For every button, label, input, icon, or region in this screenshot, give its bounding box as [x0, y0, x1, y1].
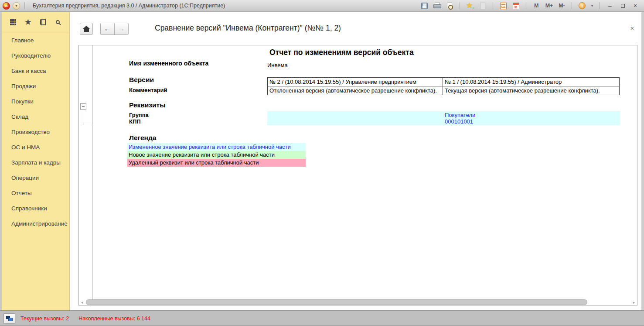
- horizontal-scrollbar[interactable]: ◂ ▸: [80, 299, 636, 305]
- table-row: Отклоненная версия (автоматическое разре…: [268, 86, 620, 95]
- comment-label: Комментарий: [129, 87, 167, 93]
- attribute-kpp-value: 000101001: [445, 118, 473, 125]
- memory-minus-button[interactable]: M-: [557, 1, 566, 10]
- minimize-button[interactable]: –: [606, 1, 614, 10]
- attribute-group-label: Группа: [129, 112, 149, 118]
- sidebar-item-spravochniki[interactable]: Справочники: [2, 201, 69, 216]
- page-title: Сравнение версий "Инвема (Контрагент)" (…: [155, 24, 341, 33]
- sidebar-item-prodazhi[interactable]: Продажи: [2, 79, 69, 94]
- section-nav: Главное Руководителю Банк и касса Продаж…: [2, 32, 69, 231]
- divider: [572, 2, 572, 9]
- main-menu-button[interactable]: ▼: [13, 2, 20, 10]
- object-name-label: Имя измененного объекта: [129, 60, 208, 67]
- version-1-cell: № 1 / (10.08.2014 15:19:55) / Администра…: [443, 78, 620, 86]
- document-disabled-icon: [480, 3, 485, 9]
- calculator-icon: [500, 3, 507, 9]
- scroll-right-icon[interactable]: ▸: [632, 300, 636, 305]
- version-2-comment-cell: Отклоненная версия (автоматическое разре…: [268, 86, 443, 95]
- print-button[interactable]: [433, 1, 441, 10]
- sidebar-item-rukovoditelyu[interactable]: Руководителю: [2, 48, 69, 63]
- scroll-left-icon[interactable]: ◂: [80, 300, 84, 305]
- group-bracket: [83, 110, 92, 125]
- app-logo-1c-icon: 1С: [3, 2, 10, 10]
- attributes-label: Реквизиты: [129, 101, 165, 109]
- report-title: Отчет по изменениям версий объекта: [269, 48, 414, 57]
- monitors-icon: [8, 318, 13, 321]
- memory-recall-button[interactable]: M: [532, 1, 541, 10]
- form-close-button[interactable]: ×: [628, 24, 636, 32]
- sections-menu-button[interactable]: [8, 17, 18, 27]
- add-favorite-icon: ★→: [466, 2, 474, 10]
- search-icon: [56, 20, 60, 24]
- calendar-button[interactable]: 31: [511, 1, 520, 10]
- sidebar-item-zarplata-i-kadry[interactable]: Зарплата и кадры: [2, 155, 69, 170]
- legend-item-new: Новое значение реквизита или строка табл…: [127, 151, 306, 159]
- divider: [24, 2, 25, 9]
- window-title: Бухгалтерия предприятия, редакция 3.0 / …: [33, 3, 225, 9]
- sidebar-item-operacii[interactable]: Операции: [2, 170, 69, 185]
- back-button[interactable]: ←: [100, 23, 115, 35]
- close-icon: ×: [634, 2, 637, 9]
- table-row: № 2 / (10.08.2014 15:19:55) / Управление…: [268, 78, 620, 86]
- scrollbar-track[interactable]: [84, 299, 632, 305]
- attribute-kpp-label: КПП: [129, 118, 141, 125]
- sidebar-item-bank-i-kassa[interactable]: Банк и касса: [2, 63, 69, 79]
- legend-item-changed: Измененное значение реквизита или строка…: [127, 143, 306, 151]
- margin-line: [92, 45, 93, 305]
- versions-label: Версии: [129, 76, 154, 84]
- sidebar-item-administrirovanie[interactable]: Администрирование: [2, 216, 69, 231]
- print-preview-icon: [447, 3, 452, 9]
- close-button[interactable]: ×: [631, 1, 640, 10]
- versions-table: № 2 / (10.08.2014 15:19:55) / Управление…: [267, 77, 620, 95]
- save-button[interactable]: [420, 1, 429, 10]
- right-edge-strip: [641, 12, 644, 311]
- search-button[interactable]: [53, 17, 63, 27]
- print-icon: [433, 3, 440, 9]
- divider: [600, 2, 600, 9]
- scrollbar-thumb[interactable]: [86, 299, 587, 305]
- memory-plus-button[interactable]: M+: [545, 1, 553, 10]
- calculator-button[interactable]: [499, 1, 508, 10]
- sidebar-item-glavnoe[interactable]: Главное: [2, 33, 69, 48]
- divider: [493, 2, 493, 9]
- menu-grid-icon: [10, 19, 16, 25]
- back-arrow-icon: ←: [104, 25, 111, 33]
- info-dropdown-caret-icon[interactable]: ▼: [590, 4, 594, 8]
- maximize-button[interactable]: [618, 1, 627, 10]
- add-favorite-button[interactable]: ★→: [466, 1, 474, 10]
- print-preview-button[interactable]: [445, 1, 454, 10]
- info-icon: i: [579, 2, 586, 9]
- calendar-icon: 31: [513, 3, 519, 9]
- minimize-icon: –: [608, 2, 612, 9]
- forward-button[interactable]: →: [114, 23, 129, 35]
- legend-item-deleted: Удаленный реквизит или строка табличной …: [127, 159, 306, 167]
- server-calls-button[interactable]: [3, 313, 15, 324]
- sidebar-item-otchety[interactable]: Отчеты: [2, 185, 69, 201]
- sidebar-item-proizvodstvo[interactable]: Производство: [2, 124, 69, 140]
- history-icon: [40, 19, 46, 25]
- forward-arrow-icon: →: [118, 25, 125, 33]
- maximize-icon: [621, 4, 625, 8]
- report-area: Отчет по изменениям версий объекта Имя и…: [78, 45, 637, 305]
- group-collapse-button[interactable]: [80, 103, 86, 110]
- history-button[interactable]: [38, 17, 48, 27]
- divider: [526, 2, 526, 9]
- sidebar: ★ Главное Руководителю Банк и касса Прод…: [2, 12, 70, 311]
- home-button[interactable]: [80, 23, 93, 35]
- save-icon: [421, 3, 428, 9]
- accumulated-calls-status: Накопленные вызовы: 6 144: [78, 316, 150, 322]
- sidebar-item-pokupki[interactable]: Покупки: [2, 94, 69, 109]
- legend-label: Легенда: [129, 134, 156, 142]
- info-button[interactable]: i: [578, 1, 586, 10]
- favorites-button[interactable]: ★: [23, 17, 33, 27]
- sidebar-item-sklad[interactable]: Склад: [2, 109, 69, 124]
- favorites-star-icon: ★: [24, 18, 32, 27]
- version-2-cell: № 2 / (10.08.2014 15:19:55) / Управление…: [268, 78, 443, 86]
- sidebar-item-os-i-nma[interactable]: ОС и НМА: [2, 140, 69, 155]
- application-window: 1С ▼ Бухгалтерия предприятия, редакция 3…: [0, 0, 644, 326]
- changed-attributes-block: Покупатели 000101001: [267, 111, 620, 125]
- show-link-button[interactable]: [478, 1, 487, 10]
- object-name-value: Инвема: [267, 62, 288, 69]
- attribute-group-value: Покупатели: [445, 112, 475, 118]
- home-icon: [84, 29, 89, 32]
